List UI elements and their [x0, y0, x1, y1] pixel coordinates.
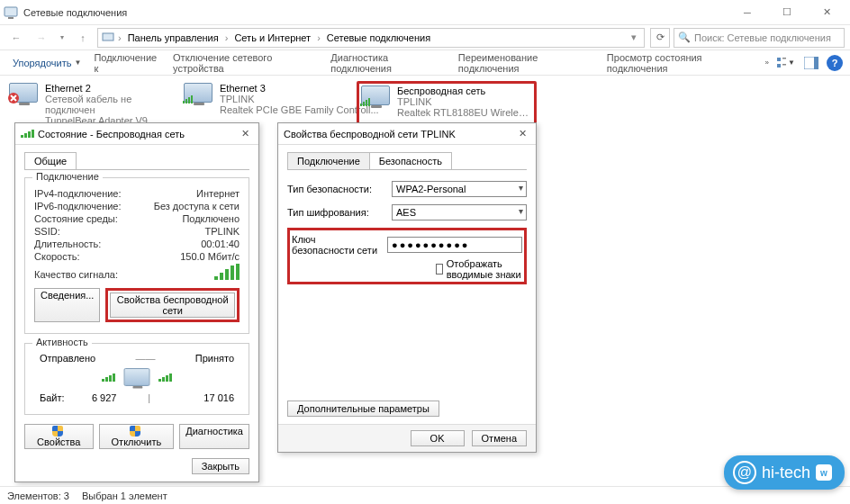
- recv-label: Принято: [195, 353, 234, 364]
- control-panel-icon: [102, 31, 114, 45]
- wifi-properties-dialog: Свойства беспроводной сети TPLINK ✕ Подк…: [277, 122, 537, 453]
- security-key-label: Ключ безопасности сети: [292, 234, 378, 256]
- adapter-device: Realtek PCIe GBE Family Controll...: [220, 104, 379, 115]
- security-key-input[interactable]: ●●●●●●●●●●: [387, 237, 522, 253]
- media-label: Состояние среды:: [34, 213, 118, 224]
- show-chars-checkbox[interactable]: Отображать вводимые знаки: [436, 258, 522, 280]
- close-button[interactable]: ✕: [807, 0, 846, 25]
- preview-pane-button[interactable]: [801, 54, 821, 72]
- tab-connection[interactable]: Подключение: [287, 152, 370, 169]
- watermark-text: hi-tech: [762, 464, 810, 482]
- media-value: Подключено: [182, 213, 240, 224]
- cmd-diagnose[interactable]: Диагностика подключения: [325, 50, 451, 76]
- disable-button[interactable]: Отключить: [99, 424, 175, 449]
- svg-rect-6: [782, 64, 786, 66]
- wifi-properties-highlight: Свойства беспроводной сети: [105, 288, 240, 322]
- diagnose-button[interactable]: Диагностика: [179, 424, 249, 449]
- svg-rect-3: [777, 58, 781, 61]
- cmd-connect[interactable]: Подключение к: [88, 50, 166, 76]
- refresh-button[interactable]: ⟳: [650, 28, 670, 48]
- window-title: Сетевые подключения: [23, 7, 127, 18]
- adapter-ethernet2[interactable]: Ethernet 2 Сетевой кабель не подключен T…: [7, 81, 169, 128]
- wifi-properties-button[interactable]: Свойства беспроводной сети: [110, 292, 235, 318]
- maximize-button[interactable]: ☐: [767, 0, 807, 25]
- ipv6-label: IPv6-подключение:: [34, 201, 122, 212]
- adapter-name: Ethernet 2: [45, 83, 167, 94]
- cmd-rename[interactable]: Переименование подключения: [453, 50, 600, 76]
- ssid-label: SSID:: [34, 226, 60, 237]
- status-count: Элементов: 3: [7, 490, 69, 501]
- ipv6-value: Без доступа к сети: [154, 201, 240, 212]
- bytes-label: Байт:: [40, 392, 65, 403]
- nav-back-button[interactable]: ←: [5, 27, 27, 49]
- speed-value: 150.0 Мбит/с: [180, 251, 240, 262]
- search-box[interactable]: 🔍 Поиск: Сетевые подключения: [674, 28, 845, 48]
- security-type-label: Тип безопасности:: [287, 184, 383, 194]
- group-connection: Подключение: [32, 171, 103, 182]
- svg-rect-8: [814, 57, 818, 69]
- signal-icon: [21, 130, 34, 138]
- cmd-organize[interactable]: Упорядочить▼: [7, 56, 86, 70]
- breadcrumb-dropdown[interactable]: ▾: [628, 32, 640, 43]
- cmd-view-status[interactable]: Просмотр состояния подключения»: [601, 50, 774, 76]
- sent-label: Отправлено: [40, 353, 95, 364]
- adapter-ethernet3[interactable]: Ethernet 3 TPLINK Realtek PCIe GBE Famil…: [182, 81, 344, 128]
- dialog-close-button[interactable]: ✕: [237, 128, 253, 140]
- adapter-status: TPLINK: [397, 96, 532, 107]
- close-button[interactable]: Закрыть: [192, 458, 249, 474]
- app-icon: [4, 5, 18, 20]
- breadcrumb-seg-1[interactable]: Сеть и Интернет: [231, 32, 313, 43]
- breadcrumb[interactable]: › Панель управления › Сеть и Интернет › …: [97, 28, 645, 48]
- nav-up-button[interactable]: ↑: [72, 27, 94, 49]
- adapter-status: Сетевой кабель не подключен: [45, 94, 167, 115]
- details-button[interactable]: Сведения...: [34, 288, 100, 322]
- cancel-button[interactable]: Отмена: [472, 430, 527, 446]
- signal-quality-label: Качество сигнала:: [34, 269, 118, 280]
- help-button[interactable]: ?: [827, 55, 843, 71]
- advanced-button[interactable]: Дополнительные параметры: [287, 400, 439, 417]
- encryption-type-label: Тип шифрования:: [287, 207, 383, 218]
- duration-value: 00:01:40: [201, 238, 240, 249]
- dialog-title: Состояние - Беспроводная сеть: [38, 129, 185, 140]
- svg-rect-1: [8, 17, 14, 19]
- adapter-device: Realtek RTL8188EU Wireless LAN 8...: [397, 107, 532, 118]
- signal-icon: [102, 374, 115, 382]
- adapter-wireless[interactable]: Беспроводная сеть TPLINK Realtek RTL8188…: [357, 81, 537, 128]
- checkbox-icon: [436, 264, 443, 274]
- ssid-value: TPLINK: [204, 226, 240, 237]
- speed-label: Скорость:: [34, 251, 80, 262]
- adapter-name: Беспроводная сеть: [397, 86, 532, 96]
- security-key-highlight: Ключ безопасности сети ●●●●●●●●●● Отобра…: [287, 228, 527, 284]
- duration-label: Длительность:: [34, 238, 101, 249]
- at-icon: @: [733, 461, 756, 484]
- adapter-name: Ethernet 3: [220, 83, 379, 94]
- group-activity: Активность: [32, 337, 92, 347]
- monitor-icon: [124, 368, 150, 386]
- wifi-status-dialog: Состояние - Беспроводная сеть ✕ Общие По…: [14, 122, 259, 482]
- svg-rect-2: [103, 33, 113, 40]
- tab-security[interactable]: Безопасность: [369, 152, 452, 169]
- status-selected: Выбран 1 элемент: [82, 490, 167, 501]
- tab-general[interactable]: Общие: [24, 152, 77, 169]
- nav-forward-button[interactable]: →: [31, 27, 52, 49]
- bytes-sent-value: 6 927: [65, 392, 144, 403]
- properties-button[interactable]: Свойства: [24, 424, 94, 449]
- encryption-type-select[interactable]: AES: [392, 204, 527, 220]
- dialog-close-button[interactable]: ✕: [514, 128, 530, 140]
- signal-bars-icon: [214, 264, 240, 280]
- bytes-recv-value: 17 016: [155, 392, 234, 403]
- svg-rect-4: [782, 58, 786, 59]
- view-mode-button[interactable]: ▼: [776, 54, 796, 72]
- cmd-disable[interactable]: Отключение сетевого устройства: [167, 50, 323, 76]
- security-type-select[interactable]: WPA2-Personal: [392, 181, 527, 197]
- signal-icon: [158, 374, 172, 382]
- minimize-button[interactable]: ─: [728, 0, 767, 25]
- ipv4-value: Интернет: [196, 188, 240, 199]
- nav-history-button[interactable]: ▾: [56, 27, 68, 49]
- adapter-icon: [184, 83, 214, 126]
- breadcrumb-seg-0[interactable]: Панель управления: [125, 32, 222, 43]
- svg-rect-0: [5, 7, 17, 16]
- breadcrumb-seg-2[interactable]: Сетевые подключения: [324, 32, 433, 43]
- search-placeholder: Поиск: Сетевые подключения: [694, 32, 831, 43]
- ok-button[interactable]: OK: [411, 430, 465, 446]
